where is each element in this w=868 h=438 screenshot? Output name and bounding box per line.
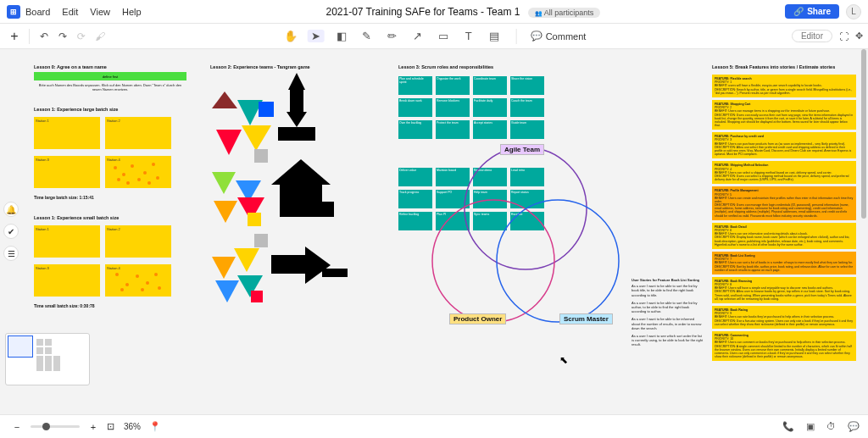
feature-card[interactable]: FEATURE: Book DetailPRIORITY: 6BENEFIT: … xyxy=(712,223,856,249)
notifications-icon[interactable]: 🔔 xyxy=(3,202,19,217)
station-card[interactable]: Station 1 xyxy=(34,117,100,149)
undo-icon[interactable]: ↶ xyxy=(35,30,53,42)
venn-label-left[interactable]: Product Owner xyxy=(449,313,506,324)
role-card[interactable]: Break down work xyxy=(398,98,432,117)
gray-tile[interactable] xyxy=(254,149,268,163)
lesson0-block: Lesson 0: Agree on a team name define fi… xyxy=(34,64,186,92)
svg-rect-20 xyxy=(322,269,348,277)
station-card[interactable]: Station 3 xyxy=(34,156,100,188)
share-button[interactable]: 🔗 Share xyxy=(785,4,839,19)
vertical-scrollbar[interactable] xyxy=(861,49,866,219)
pan-icon[interactable]: ✋ xyxy=(282,30,299,42)
redo-icon[interactable]: ↷ xyxy=(53,30,72,42)
role-card[interactable]: Protect the team xyxy=(436,120,470,139)
zoom-out-button[interactable]: − xyxy=(8,422,25,432)
timer-icon[interactable]: ⏱ xyxy=(826,421,836,432)
connector-icon[interactable]: ↗ xyxy=(409,30,426,42)
station-card[interactable]: Station 4 xyxy=(105,264,171,297)
svg-marker-2 xyxy=(287,112,307,127)
minimap[interactable] xyxy=(5,333,90,385)
tangram-pieces-1[interactable] xyxy=(212,91,288,168)
app-logo-icon[interactable]: ⊞ xyxy=(7,5,20,19)
history-icon[interactable]: ⟲ xyxy=(72,30,91,42)
svg-marker-10 xyxy=(271,159,331,185)
station-card[interactable]: Station 4 xyxy=(105,156,171,188)
marker-icon[interactable]: ✏ xyxy=(384,30,401,42)
svg-marker-13 xyxy=(212,172,236,194)
tangram-house[interactable] xyxy=(271,159,348,227)
menu-help[interactable]: Help xyxy=(122,7,142,17)
lesson0-title: Lesson 0: Agree on a team name xyxy=(34,64,186,69)
lesson0-sticky[interactable]: define first xyxy=(34,72,186,80)
feature-card[interactable]: FEATURE: Book List SortingPRIORITY: 7BEN… xyxy=(712,252,856,274)
tangram-pieces-2[interactable] xyxy=(212,172,280,240)
station-card[interactable]: Station 2 xyxy=(105,225,171,258)
venn-diagram[interactable] xyxy=(415,142,636,337)
gray-tile[interactable] xyxy=(254,234,268,247)
feature-card[interactable]: FEATURE: Shopping CartPRIORITY: 2BENEFIT… xyxy=(712,100,856,130)
feature-card[interactable]: FEATURE: CommentingPRIORITY: 10BENEFIT: … xyxy=(712,331,856,361)
role-card[interactable]: Guide team xyxy=(510,120,544,139)
mode-pill[interactable]: Editor xyxy=(792,30,832,42)
user-avatar[interactable]: L xyxy=(846,4,861,19)
venn-label-right[interactable]: Scrum Master xyxy=(559,313,613,324)
station-card[interactable]: Station 2 xyxy=(105,117,171,149)
station-card[interactable]: Station 1 xyxy=(34,225,100,258)
svg-marker-19 xyxy=(305,247,331,284)
eraser-icon[interactable]: ◧ xyxy=(333,30,350,42)
role-card[interactable]: Organize the work xyxy=(436,76,470,95)
fit-icon[interactable]: ✥ xyxy=(855,30,863,42)
venn-label-top[interactable]: Agile Team xyxy=(500,144,544,155)
pointer-icon[interactable]: ➤ xyxy=(308,30,325,42)
canvas[interactable]: 🔔 ✔ ☰ Lesson 0: Agree on a team name def… xyxy=(0,49,868,414)
role-card[interactable]: Accept stories xyxy=(473,120,507,139)
feature-card[interactable]: FEATURE: Profile ManagementPRIORITY: 5BE… xyxy=(712,186,856,220)
minimap-viewport[interactable] xyxy=(8,335,33,358)
menu-board[interactable]: Board xyxy=(25,7,50,17)
zoom-in-button[interactable]: + xyxy=(85,422,102,432)
tangram-arrow[interactable] xyxy=(271,240,356,291)
svg-marker-5 xyxy=(212,91,237,108)
comment-button[interactable]: 💬 Comment xyxy=(531,30,587,42)
feature-card[interactable]: FEATURE: Purchase by credit cardPRIORITY… xyxy=(712,132,856,158)
shape-icon[interactable]: ▭ xyxy=(435,30,452,42)
fullscreen-icon[interactable]: ⛶ xyxy=(839,31,849,42)
role-card[interactable]: Facilitate daily xyxy=(473,98,507,117)
zoom-fit-icon[interactable]: ⊡ xyxy=(102,421,119,432)
role-card[interactable]: Plan and schedule sprint xyxy=(398,76,432,95)
outline-icon[interactable]: ☰ xyxy=(3,246,19,261)
role-card[interactable]: Remove blockers xyxy=(436,98,470,117)
large-batch-row2: Station 3 Station 4 xyxy=(34,156,186,188)
menu-edit[interactable]: Edit xyxy=(62,7,78,17)
pen-icon[interactable]: ✎ xyxy=(359,30,376,42)
add-button[interactable]: + xyxy=(5,29,24,44)
lesson0-subtext: Bitte auch Namen des Boards anpassen. Kl… xyxy=(34,84,186,92)
role-card[interactable]: Coordinate team xyxy=(473,76,507,95)
board-title[interactable]: 2021-07 Training SAFe for Teams - Team 1… xyxy=(142,6,786,18)
footer-bar: − + ⊡ 36% 📍 📞 ▣ ⏱ 💬 xyxy=(0,414,868,438)
feature-card[interactable]: FEATURE: Shipping Method SelectionPRIORI… xyxy=(712,161,856,184)
board-title-text: 2021-07 Training SAFe for Teams - Team 1 xyxy=(326,6,520,18)
feature-card[interactable]: FEATURE: Flexible searchPRIORITY: 1BENEF… xyxy=(712,75,856,97)
zoom-slider[interactable] xyxy=(31,425,80,428)
zoom-percent[interactable]: 36% xyxy=(124,422,141,431)
zoom-knob[interactable] xyxy=(42,423,50,430)
feature-card[interactable]: FEATURE: Book RatingPRIORITY: 9BENEFIT: … xyxy=(712,306,856,329)
phone-icon[interactable]: 📞 xyxy=(782,421,794,432)
role-card[interactable]: Coach the team xyxy=(510,98,544,117)
record-icon[interactable]: ▣ xyxy=(806,421,815,432)
text-icon[interactable]: T xyxy=(460,30,477,42)
location-icon[interactable]: 📍 xyxy=(149,421,161,432)
tangram-pieces-3[interactable] xyxy=(212,248,280,316)
chat-icon[interactable]: 💬 xyxy=(848,421,860,432)
sticky-icon[interactable]: ▤ xyxy=(486,30,503,42)
tasks-icon[interactable]: ✔ xyxy=(3,224,19,239)
role-card[interactable]: Share the vision xyxy=(510,76,544,95)
participants-badge[interactable]: 👥 All participants xyxy=(528,8,601,18)
svg-rect-9 xyxy=(259,102,274,117)
menu-view[interactable]: View xyxy=(90,7,110,17)
station-card[interactable]: Station 3 xyxy=(34,264,100,297)
role-card[interactable]: Own the backlog xyxy=(398,120,432,139)
format-painter-icon[interactable]: 🖌 xyxy=(91,30,109,42)
feature-card[interactable]: FEATURE: Book BrowsingPRIORITY: 8BENEFIT… xyxy=(712,277,856,303)
